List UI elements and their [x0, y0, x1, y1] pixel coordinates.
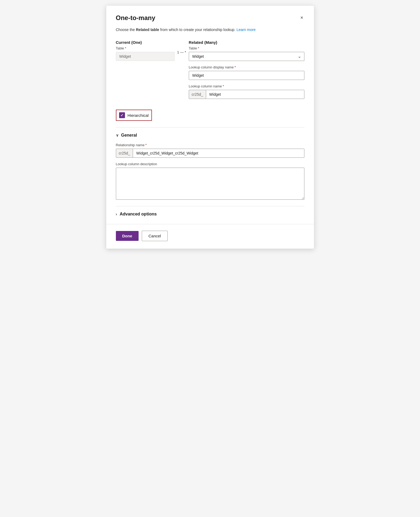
section-divider-2 [116, 206, 304, 206]
cancel-button[interactable]: Cancel [142, 231, 168, 241]
relationship-name-input[interactable] [133, 149, 304, 157]
footer-divider [106, 224, 314, 224]
done-button[interactable]: Done [116, 231, 139, 241]
related-table-field: Table * Widget [189, 46, 304, 61]
lookup-description-label: Lookup column description [116, 162, 304, 166]
connector-to: * [185, 50, 186, 54]
lookup-description-field: Lookup column description [116, 162, 304, 201]
connector-line: 1 — * [177, 50, 186, 54]
hierarchical-checkbox-label[interactable]: ✓ Hierarchical [116, 110, 152, 121]
related-column-heading: Related (Many) [189, 40, 304, 45]
current-table-label: Table * [116, 46, 175, 50]
current-column-heading: Current (One) [116, 40, 175, 45]
dialog-title: One-to-many [116, 14, 155, 22]
hierarchical-section: ✓ Hierarchical [116, 110, 304, 121]
general-chevron-icon: ∨ [116, 133, 119, 137]
dialog-description: Choose the Related table from which to c… [116, 27, 304, 33]
lookup-name-input[interactable] [206, 90, 304, 99]
related-table-required: * [198, 46, 199, 50]
close-button[interactable]: × [299, 14, 304, 21]
dialog-footer: Done Cancel [116, 231, 304, 241]
description-text-before: Choose the [116, 28, 136, 32]
connector: 1 — * [175, 40, 189, 54]
hierarchical-checkbox-box: ✓ [119, 112, 125, 118]
dialog-header: One-to-many × [116, 14, 304, 22]
relationship-name-label: Relationship name * [116, 143, 304, 147]
relationship-name-field: Relationship name * cr25d_ [116, 143, 304, 158]
lookup-name-input-wrapper: cr25d_ [189, 90, 304, 99]
connector-from: 1 [177, 50, 179, 54]
advanced-section: › Advanced options [116, 212, 304, 217]
current-table-required: * [125, 46, 126, 50]
lookup-name-required: * [223, 84, 224, 88]
current-table-input [116, 52, 175, 61]
section-divider-1 [116, 127, 304, 128]
lookup-display-label: Lookup column display name * [189, 65, 304, 69]
learn-more-link[interactable]: Learn more [237, 28, 256, 32]
related-table-select[interactable]: Widget [189, 52, 304, 61]
general-section-content: Relationship name * cr25d_ Lookup column… [116, 143, 304, 201]
lookup-description-textarea[interactable] [116, 168, 304, 200]
general-section-toggle[interactable]: ∨ General [116, 133, 137, 138]
description-text-after: from which to create your relationship l… [159, 28, 235, 32]
lookup-name-label: Lookup column name * [189, 84, 304, 88]
connector-dash: — [180, 50, 184, 54]
relationship-name-prefix: cr25d_ [116, 149, 133, 157]
relationship-name-input-wrapper: cr25d_ [116, 149, 304, 158]
hierarchical-label: Hierarchical [128, 113, 149, 118]
related-table-select-wrapper: Widget [189, 52, 304, 61]
lookup-display-required: * [234, 65, 236, 69]
columns-row: Current (One) Table * 1 — * Related (Man… [116, 40, 304, 103]
lookup-display-input[interactable] [189, 71, 304, 80]
relationship-name-required: * [145, 143, 147, 147]
checkbox-checkmark: ✓ [120, 113, 124, 117]
dialog: One-to-many × Choose the Related table f… [106, 5, 314, 249]
advanced-section-label: Advanced options [120, 212, 157, 217]
current-column: Current (One) Table * [116, 40, 175, 61]
description-bold: Related table [136, 28, 159, 32]
general-section: ∨ General Relationship name * cr25d_ Loo… [116, 133, 304, 201]
lookup-name-prefix: cr25d_ [189, 90, 206, 99]
general-section-label: General [121, 133, 137, 138]
advanced-section-toggle[interactable]: › Advanced options [116, 212, 157, 217]
related-column: Related (Many) Table * Widget Lookup col… [189, 40, 304, 103]
related-table-label: Table * [189, 46, 304, 50]
lookup-name-field: Lookup column name * cr25d_ [189, 84, 304, 99]
advanced-chevron-icon: › [116, 212, 117, 216]
lookup-display-field: Lookup column display name * [189, 65, 304, 80]
